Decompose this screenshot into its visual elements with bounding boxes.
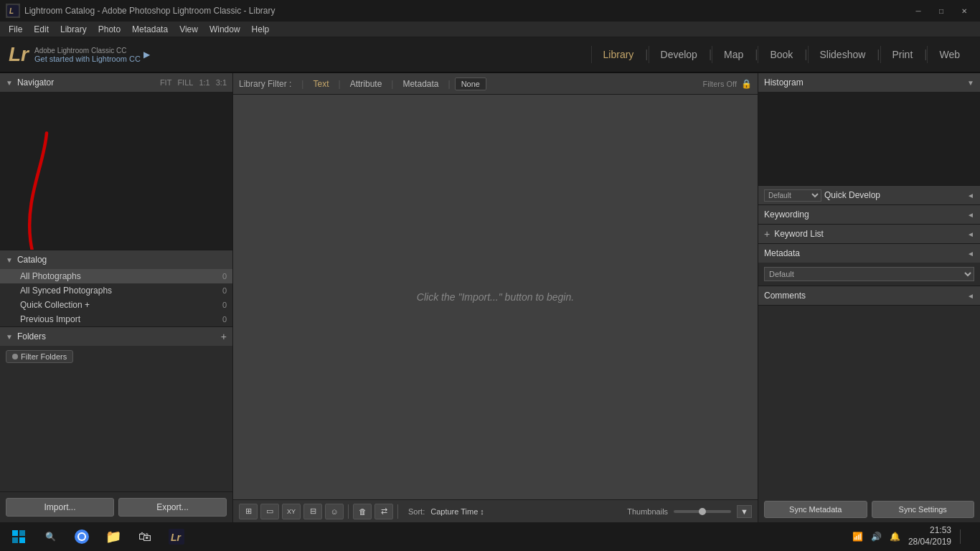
delete-button[interactable]: 🗑 bbox=[353, 504, 372, 519]
module-print[interactable]: Print bbox=[880, 46, 925, 63]
filter-sep-3: | bbox=[391, 79, 393, 89]
filter-tab-text[interactable]: Text bbox=[305, 76, 336, 92]
folders-header[interactable]: ▼ Folders + bbox=[0, 327, 232, 346]
people-view-button[interactable]: ☺ bbox=[325, 504, 344, 519]
keyword-list-header[interactable]: + Keyword List ◄ bbox=[758, 225, 980, 243]
close-button[interactable]: ✕ bbox=[954, 4, 974, 18]
1to1-btn[interactable]: 1:1 bbox=[199, 78, 209, 87]
filters-off-button[interactable]: Filters Off bbox=[703, 80, 737, 88]
menu-window[interactable]: Window bbox=[204, 23, 246, 36]
window-controls: ─ □ ✕ bbox=[908, 4, 974, 18]
show-desktop-button[interactable] bbox=[960, 529, 974, 544]
module-nav: Library | Develop | Map | Book | Slidesh… bbox=[591, 46, 971, 63]
chrome-taskbar-button[interactable] bbox=[69, 524, 95, 550]
volume-taskbar-icon[interactable]: 🔊 bbox=[870, 529, 884, 544]
histogram-area bbox=[758, 92, 980, 185]
module-slideshow[interactable]: Slideshow bbox=[808, 46, 877, 63]
survey-view-button[interactable]: ⊟ bbox=[303, 504, 322, 519]
quick-develop-header[interactable]: Default Quick Develop ◄ bbox=[758, 186, 980, 204]
grid-view-button[interactable]: ⊞ bbox=[239, 504, 258, 519]
catalog-item-synced[interactable]: All Synced Photographs 0 bbox=[0, 283, 232, 298]
get-started-link[interactable]: Get started with Lightroom CC bbox=[34, 55, 141, 63]
rotate-button[interactable]: ⇄ bbox=[374, 504, 393, 519]
fit-btn[interactable]: FIT bbox=[160, 78, 172, 87]
all-synced-label: All Synced Photographs bbox=[20, 286, 222, 296]
notification-taskbar-icon[interactable]: 🔔 bbox=[888, 529, 903, 544]
svg-rect-4 bbox=[19, 530, 25, 536]
folders-chevron: ▼ bbox=[6, 333, 13, 341]
3to1-btn[interactable]: 3:1 bbox=[216, 78, 227, 87]
filter-none-btn[interactable]: None bbox=[455, 77, 486, 90]
comments-section: Comments ◄ bbox=[758, 286, 980, 306]
comments-header[interactable]: Comments ◄ bbox=[758, 286, 980, 305]
lr-taskbar-button[interactable]: Lr bbox=[164, 524, 189, 550]
sync-settings-button[interactable]: Sync Settings bbox=[872, 501, 975, 518]
window-title: Lightroom Catalog - Adobe Photoshop Ligh… bbox=[24, 6, 908, 16]
thumbnail-slider[interactable] bbox=[674, 510, 731, 513]
filter-sep-4: | bbox=[448, 79, 451, 89]
folders-add-icon[interactable]: + bbox=[221, 331, 227, 342]
right-panel-bottom: Sync Metadata Sync Settings bbox=[758, 496, 980, 522]
lock-icon: 🔒 bbox=[741, 79, 752, 89]
folders-section: ▼ Folders + Filter Folders bbox=[0, 327, 232, 491]
filter-tab-attribute[interactable]: Attribute bbox=[342, 76, 390, 92]
histogram-header[interactable]: Histogram ▼ bbox=[758, 73, 980, 92]
filter-tab-metadata[interactable]: Metadata bbox=[395, 76, 446, 92]
filter-bar-label: Library Filter : bbox=[239, 79, 291, 89]
minimize-button[interactable]: ─ bbox=[908, 4, 928, 18]
menu-file[interactable]: File bbox=[3, 23, 28, 36]
sort-value[interactable]: Capture Time ↕ bbox=[430, 507, 484, 516]
menu-edit[interactable]: Edit bbox=[28, 23, 55, 36]
files-taskbar-button[interactable]: 📁 bbox=[100, 524, 126, 550]
app-icon: L bbox=[6, 4, 20, 18]
filter-folders-button[interactable]: Filter Folders bbox=[6, 350, 73, 363]
menu-library[interactable]: Library bbox=[55, 23, 93, 36]
import-button[interactable]: Import... bbox=[6, 498, 114, 517]
filter-bar: Library Filter : | Text | Attribute | Me… bbox=[233, 73, 758, 95]
folders-label: Folders bbox=[17, 331, 221, 342]
thumbnail-dropdown[interactable]: ▼ bbox=[737, 505, 752, 518]
catalog-item-quick-collection[interactable]: Quick Collection + 0 bbox=[0, 298, 232, 312]
svg-rect-5 bbox=[12, 537, 18, 543]
loupe-view-button[interactable]: ▭ bbox=[260, 504, 279, 519]
maximize-button[interactable]: □ bbox=[931, 4, 951, 18]
menu-photo[interactable]: Photo bbox=[93, 23, 126, 36]
thumb-slider-handle[interactable] bbox=[699, 508, 706, 515]
module-library[interactable]: Library bbox=[591, 46, 646, 63]
module-web[interactable]: Web bbox=[927, 46, 971, 63]
compare-view-button[interactable]: XY bbox=[282, 504, 301, 519]
module-develop[interactable]: Develop bbox=[649, 46, 709, 63]
fill-btn[interactable]: FILL bbox=[177, 78, 193, 87]
metadata-preset-select[interactable]: Default bbox=[764, 267, 974, 281]
catalog-header[interactable]: ▼ Catalog bbox=[0, 250, 232, 269]
navigator-header[interactable]: ▼ Navigator FIT FILL 1:1 3:1 bbox=[0, 73, 232, 92]
menu-view[interactable]: View bbox=[174, 23, 204, 36]
cc-arrow[interactable]: ▶ bbox=[143, 50, 150, 60]
all-photographs-label: All Photographs bbox=[20, 271, 222, 281]
catalog-item-previous-import[interactable]: Previous Import 0 bbox=[0, 312, 232, 326]
menu-help[interactable]: Help bbox=[246, 23, 275, 36]
metadata-header[interactable]: Metadata ◄ bbox=[758, 244, 980, 263]
navigator-label: Navigator bbox=[17, 77, 160, 88]
quick-develop-label: Quick Develop bbox=[824, 190, 967, 200]
module-book[interactable]: Book bbox=[758, 46, 804, 63]
module-map[interactable]: Map bbox=[712, 46, 755, 63]
start-button[interactable] bbox=[6, 524, 32, 550]
center-panel: Library Filter : | Text | Attribute | Me… bbox=[233, 73, 758, 522]
keywording-header[interactable]: Keywording ◄ bbox=[758, 205, 980, 224]
export-button[interactable]: Export... bbox=[118, 498, 227, 517]
store-taskbar-icon: 🛍 bbox=[138, 529, 151, 545]
quick-develop-preset[interactable]: Default bbox=[764, 189, 821, 202]
catalog-item-all-photographs[interactable]: All Photographs 0 bbox=[0, 269, 232, 283]
network-taskbar-icon[interactable]: 📶 bbox=[851, 529, 865, 544]
keyword-list-section: + Keyword List ◄ bbox=[758, 225, 980, 244]
sync-metadata-button[interactable]: Sync Metadata bbox=[764, 501, 867, 518]
store-taskbar-button[interactable]: 🛍 bbox=[132, 524, 158, 550]
search-taskbar-icon: 🔍 bbox=[45, 532, 56, 542]
keyword-list-add-icon[interactable]: + bbox=[764, 228, 770, 240]
quick-collection-label: Quick Collection + bbox=[20, 300, 222, 310]
search-taskbar-button[interactable]: 🔍 bbox=[37, 524, 63, 550]
toolbar: ⊞ ▭ XY ⊟ ☺ 🗑 ⇄ Sort: Capture Time ↕ Thum… bbox=[233, 499, 758, 522]
filter-dot bbox=[12, 354, 18, 359]
menu-metadata[interactable]: Metadata bbox=[126, 23, 174, 36]
